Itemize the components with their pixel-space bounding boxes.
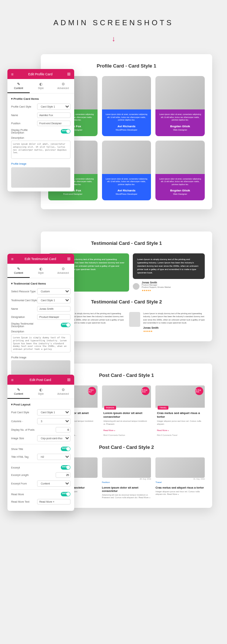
- excerpt-length-input[interactable]: [56, 472, 70, 478]
- star-rating: ★★★★★: [142, 289, 171, 292]
- readmore-toggle[interactable]: SHOW: [61, 492, 70, 496]
- device-icon: ▫: [22, 420, 23, 423]
- post-style-select[interactable]: Card Style 1: [37, 409, 70, 415]
- image-thumbnail[interactable]: [11, 167, 70, 188]
- display-no-input[interactable]: [56, 427, 70, 433]
- display-desc-toggle[interactable]: SHOW: [61, 323, 70, 327]
- arrow-down-icon: ↓: [0, 34, 227, 43]
- post-card: Travel31. Aug. 2016Cras metus sed alique…: [155, 457, 205, 499]
- display-desc-toggle[interactable]: SHOW: [61, 129, 70, 134]
- profile-card: Lorem ipsum dolor sit amet, consectetur …: [102, 76, 151, 136]
- date-badge: 27 Nov 2017: [88, 387, 96, 395]
- category-tag: TRAVEL: [158, 406, 168, 410]
- profile-card: Lorem ipsum dolor sit amet, consectetur …: [155, 141, 205, 201]
- tab-content[interactable]: ✎Content: [7, 385, 30, 399]
- gear-icon: ⚙: [53, 388, 73, 392]
- profile-editor-panel: ≡Edit Profile Card⊞ ✎Content ◐Style ⚙Adv…: [7, 69, 74, 191]
- hamburger-icon[interactable]: ≡: [11, 378, 13, 382]
- date-badge: 28 Aug 2016: [141, 387, 149, 395]
- show-title-toggle[interactable]: SHOW: [61, 447, 70, 451]
- post-card: 31 Aug 2016TRAVELCras metus sed aliquet …: [155, 385, 205, 438]
- section-title[interactable]: ▾ Profile Card Items: [11, 97, 70, 101]
- excerpt-from-select[interactable]: Content: [37, 480, 70, 487]
- readmore-text-input[interactable]: [37, 499, 70, 505]
- excerpt-toggle[interactable]: SHOW: [61, 465, 70, 470]
- apps-icon[interactable]: ⊞: [67, 72, 70, 76]
- testimonial-section: Testimonial Card - Card Style 1 Lorem Ip…: [15, 231, 212, 341]
- tab-style[interactable]: ◐Style: [30, 79, 52, 93]
- description-textarea[interactable]: Lorem Ipsum is simply dummy text of the …: [11, 334, 70, 352]
- post-card: Fashion28. Aug. 2016Lorem ipsum dolor si…: [102, 457, 151, 499]
- profile-style-select[interactable]: Card Style 1: [37, 104, 70, 110]
- hamburger-icon[interactable]: ≡: [11, 72, 13, 76]
- testimonial-style-select[interactable]: Card Style 1: [37, 297, 70, 303]
- page-heading: ADMIN SCREENSHOTS: [0, 19, 227, 27]
- hamburger-icon[interactable]: ≡: [11, 257, 13, 261]
- pencil-icon: ✎: [9, 82, 28, 86]
- read-more-link[interactable]: Read More »: [157, 429, 169, 431]
- profile-card-section: Profile Card - Card Style 1 Lorem ipsum …: [15, 54, 212, 209]
- profile-card: Lorem ipsum dolor sit amet, consectetur …: [102, 141, 151, 201]
- droplet-icon: ◐: [31, 388, 50, 392]
- category-tag: FASHION: [104, 406, 116, 410]
- editor-title: Edit Profile Card: [28, 72, 53, 76]
- profile-image-link[interactable]: Profile Image: [11, 162, 70, 165]
- tab-content[interactable]: ✎Content: [7, 79, 30, 93]
- profile-card: Lorem ipsum dolor sit amet, consectetur …: [155, 76, 205, 136]
- read-more-link[interactable]: Read More »: [103, 429, 115, 431]
- name-input[interactable]: [37, 112, 70, 118]
- resource-select[interactable]: Custom: [37, 288, 70, 295]
- gear-icon: ⚙: [53, 82, 73, 86]
- avatar: [129, 312, 140, 327]
- columns-select[interactable]: 3: [37, 418, 70, 424]
- post-card-section: Post Card - Card Style 1 27 Nov 2017Lore…: [15, 364, 212, 508]
- tab-advanced[interactable]: ⚙Advanced: [52, 385, 74, 399]
- image-size-select[interactable]: Cep-post-card-thumb: [37, 435, 70, 441]
- apps-icon[interactable]: ⊞: [67, 377, 70, 382]
- designation-input[interactable]: [37, 314, 70, 320]
- gear-icon: ⚙: [53, 267, 73, 271]
- star-rating: ★★★★★: [143, 330, 205, 332]
- pencil-icon: ✎: [9, 267, 28, 271]
- droplet-icon: ◐: [31, 267, 50, 271]
- image-thumbnail[interactable]: [11, 360, 70, 375]
- testimonial-editor-panel: ≡Edit Testimonial Card⊞ ✎Content ◐Style …: [7, 254, 74, 379]
- position-input[interactable]: [37, 121, 70, 126]
- avatar: [133, 283, 139, 290]
- description-textarea[interactable]: Lorem ipsum dolor sit amet, consectetur …: [11, 141, 70, 159]
- tab-advanced[interactable]: ⚙Advanced: [52, 264, 74, 278]
- testimonial-item: Lorem Ipsum is simply dummy text of the …: [129, 312, 205, 332]
- apps-icon[interactable]: ⊞: [67, 256, 70, 261]
- droplet-icon: ◐: [31, 82, 50, 86]
- tab-advanced[interactable]: ⚙Advanced: [52, 79, 74, 93]
- post-editor-panel: ≡Edit Post Card⊞ ✎Content ◐Style ⚙Advanc…: [7, 375, 74, 511]
- pencil-icon: ✎: [9, 388, 28, 392]
- name-input[interactable]: [37, 306, 70, 312]
- testimonial-card: Lorem Ipsum is simply dummy text of the …: [133, 253, 205, 279]
- date-badge: 31 Aug 2016: [195, 387, 203, 395]
- post-card: 28 Aug 2016FASHIONLorem ipsum dolor sit …: [102, 385, 151, 438]
- tab-style[interactable]: ◐Style: [30, 385, 52, 399]
- tab-style[interactable]: ◐Style: [30, 264, 52, 278]
- profile-preview-title: Profile Card - Card Style 1: [48, 63, 205, 69]
- title-tag-select[interactable]: H2: [37, 454, 70, 460]
- section-title[interactable]: ▾ Testimonial Card Items: [11, 282, 70, 285]
- section-title[interactable]: ▾ Post Layout: [11, 403, 70, 406]
- tab-content[interactable]: ✎Content: [7, 264, 30, 278]
